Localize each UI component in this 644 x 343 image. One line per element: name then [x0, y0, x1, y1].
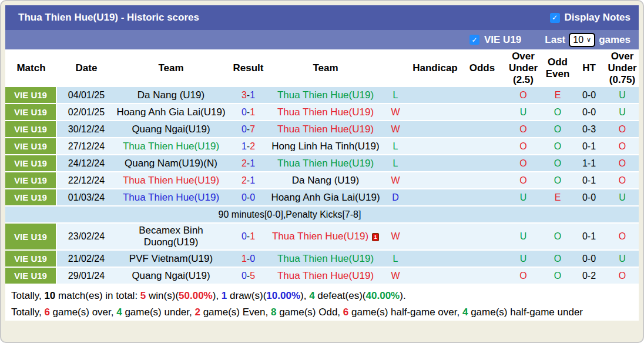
result-letter-cell: L [381, 89, 410, 102]
match-badge: VIE U19 [5, 251, 57, 267]
team2-name[interactable]: Thua Thien Hue(U19) [272, 231, 368, 242]
team1-cell: Thua Thien Hue(U19) [116, 139, 226, 154]
team1-cell: Hoang Anh Gia Lai(U19) [116, 105, 226, 119]
over-under-075-cell: U [605, 89, 639, 102]
odd-even-cell: E [542, 89, 573, 102]
summary-segment: Totally, [11, 307, 44, 318]
filter-bar: ✓ VIE U19 Last 10 ∨ games [5, 30, 639, 49]
team1-name[interactable]: Thua Thien Hue(U19) [123, 175, 219, 186]
odd-even-cell: O [542, 106, 573, 119]
over-under-25-cell: O [504, 123, 542, 136]
team1-name[interactable]: Quang Ngai(U19) [132, 270, 210, 281]
team2-name[interactable]: Thua Thien Hue(U19) [277, 106, 374, 118]
table-row: VIE U1904/01/25Da Nang (U19)3-1Thua Thie… [5, 87, 639, 104]
team2-name[interactable]: Thua Thien Hue(U19) [277, 270, 374, 281]
summary-segment: 10 [44, 290, 55, 301]
date-cell: 01/03/24 [57, 191, 116, 204]
historic-scores-card: Thua Thien Hue(U19) - Historic scores ✓ … [5, 5, 639, 321]
result-cell: 0-1 [226, 230, 270, 243]
match-badge: VIE U19 [5, 268, 57, 284]
summary-segment: ), [300, 290, 309, 301]
handicap-cell [410, 275, 460, 277]
date-cell: 22/12/24 [57, 174, 116, 187]
team2-name[interactable]: Hong Linh Ha Tinh(U19) [271, 141, 379, 152]
team1-name[interactable]: Da Nang (U19) [137, 89, 204, 101]
match-badge: VIE U19 [5, 224, 57, 249]
odd-even-cell: O [542, 174, 573, 187]
over-under-25-cell: U [504, 252, 542, 265]
date-cell: 23/02/24 [57, 230, 116, 243]
ht-cell: 0-1 [573, 140, 605, 153]
odds-cell [460, 197, 504, 199]
result-cell: 3-1 [226, 89, 270, 102]
display-notes-checkbox[interactable]: ✓ [550, 13, 560, 23]
games-select[interactable]: 10 ∨ [569, 33, 595, 47]
score-home: 0 [242, 107, 247, 117]
team2-name[interactable]: Da Nang (U19) [292, 175, 359, 186]
summary-segment: ). [400, 290, 405, 301]
team2-cell: Da Nang (U19) [270, 174, 381, 188]
team1-cell: Thua Thien Hue(U19) [116, 191, 226, 205]
handicap-cell [410, 94, 460, 96]
score-home: 0 [242, 124, 247, 134]
handicap-cell [410, 235, 460, 238]
summary-segment: ), [213, 290, 222, 301]
match-badge: VIE U19 [5, 155, 57, 171]
table-row: VIE U1921/02/24PVF Vietnam(U19)1-0Thua T… [5, 251, 639, 268]
over-under-075-cell: O [605, 123, 639, 136]
over-under-075-cell: O [605, 174, 639, 187]
summary-segment: 8 [271, 307, 276, 318]
table-row: VIE U1901/03/24Thua Thien Hue(U19)0-0Hoa… [5, 189, 639, 207]
summary-segment: 4 [462, 307, 468, 318]
ht-cell: 0-2 [573, 269, 605, 282]
table-header-row: Match Date Team Result Team Handicap Odd… [5, 49, 639, 87]
summary-segment: 6 [343, 307, 348, 318]
team1-name[interactable]: Hoang Anh Gia Lai(U19) [116, 106, 225, 118]
title-bar: Thua Thien Hue(U19) - Historic scores ✓ … [5, 5, 639, 30]
team1-name[interactable]: Quang Nam(U19)(N) [125, 158, 217, 169]
ht-cell: 0-1 [573, 230, 605, 243]
score-away: 5 [250, 271, 255, 281]
summary-segment: game(s) over, [50, 307, 116, 318]
team2-name[interactable]: Thua Thien Hue(U19) [277, 158, 374, 169]
match-badge: VIE U19 [5, 172, 57, 188]
ht-cell: 1-1 [573, 157, 605, 170]
odds-cell [460, 94, 504, 96]
result-cell: 1-2 [226, 140, 270, 153]
result-cell: 0-7 [226, 123, 270, 136]
last-label: Last [545, 34, 565, 46]
display-notes-label: Display Notes [565, 12, 630, 24]
match-badge: VIE U19 [5, 87, 57, 103]
table-row: VIE U1923/02/24Becamex Binh Duong(U19)0-… [5, 224, 639, 251]
team1-name[interactable]: Becamex Binh Duong(U19) [139, 225, 203, 248]
team2-cell: Thua Thien Hue(U19) [270, 122, 381, 136]
team2-name[interactable]: Hoang Anh Gia Lai(U19) [271, 192, 380, 203]
score-home: 2 [242, 175, 247, 185]
team2-name[interactable]: Thua Thien Hue(U19) [277, 89, 374, 101]
odds-cell [460, 258, 504, 260]
team1-cell: PVF Vietnam(U19) [116, 252, 226, 266]
team1-name[interactable]: Thua Thien Hue(U19) [123, 141, 219, 152]
team2-name[interactable]: Thua Thien Hue(U19) [277, 124, 374, 135]
result-letter-cell: L [381, 252, 410, 265]
odd-even-cell: O [542, 123, 573, 136]
summary-segment: 4 [309, 290, 314, 301]
date-cell: 21/02/24 [57, 252, 116, 265]
team2-name[interactable]: Thua Thien Hue(U19) [277, 253, 374, 264]
match-badge: VIE U19 [5, 189, 57, 205]
team1-name[interactable]: Thua Thien Hue(U19) [123, 192, 219, 203]
summary-segment: defeat(es)( [315, 290, 366, 301]
chevron-down-icon: ∨ [586, 36, 591, 44]
vie-u19-checkbox[interactable]: ✓ [469, 35, 479, 45]
summary-segment: 40.00% [366, 290, 400, 301]
odds-cell [460, 128, 504, 131]
date-cell: 29/01/24 [57, 269, 116, 282]
score-home: 1 [242, 254, 247, 264]
score-away: 1 [250, 107, 255, 117]
table-row: VIE U1922/12/24Thua Thien Hue(U19)2-1Da … [5, 172, 639, 189]
team1-name[interactable]: PVF Vietnam(U19) [129, 253, 213, 264]
result-letter-cell: L [381, 157, 410, 170]
odd-even-cell: O [542, 140, 573, 153]
result-cell: 2-1 [226, 157, 270, 170]
team1-name[interactable]: Quang Ngai(U19) [132, 124, 210, 135]
